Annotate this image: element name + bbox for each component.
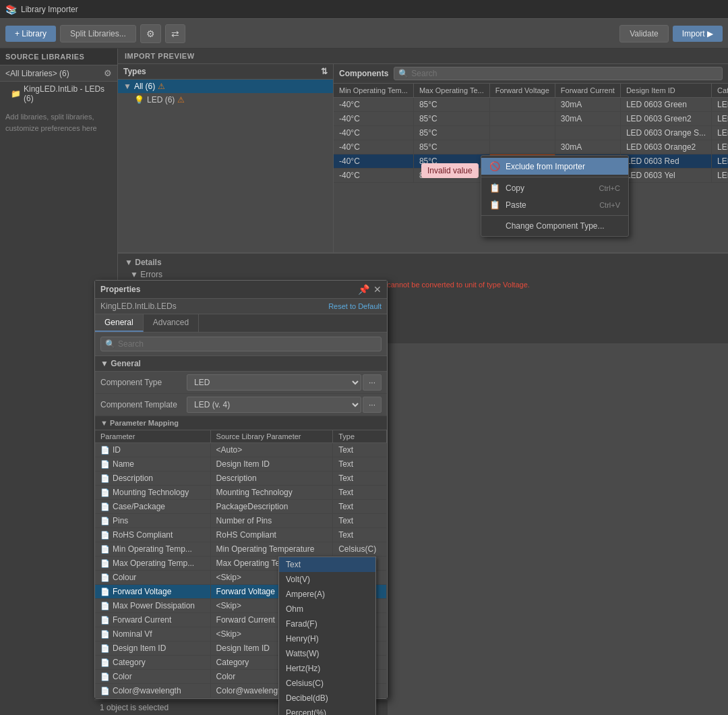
cell-fwd-voltage (489, 140, 555, 154)
param-source-case: PackageDescription (210, 500, 333, 514)
component-type-select[interactable]: LED (187, 374, 361, 391)
table-row[interactable]: -40°C 85°C LED 0603 Orange S... LEDs ℹ (334, 126, 728, 140)
param-col-type: Type (333, 430, 387, 443)
paste-icon: 📋 (489, 200, 500, 210)
param-cell-min-temp: 📄Min Operating Temp... (95, 542, 210, 556)
param-col-parameter: Parameter (95, 430, 210, 443)
col-max-temp: Max Operating Te... (413, 84, 489, 98)
dropdown-item-farad[interactable]: Farad(F) (279, 617, 375, 631)
dialog-subtitle-text: KingLED.IntLib.LEDs (100, 302, 177, 311)
search-icon: 🔍 (398, 69, 408, 78)
dropdown-item-volt[interactable]: Volt(V) (279, 572, 375, 587)
dialog-search-input[interactable] (118, 339, 377, 349)
param-source-id: <Auto> (210, 443, 333, 457)
param-cell-max-temp: 📄Max Operating Temp... (95, 556, 210, 571)
param-row-description[interactable]: 📄Description Description Text (95, 471, 387, 486)
split-libraries-button[interactable]: Split Libraries... (60, 25, 136, 42)
component-template-control: LED (v. 4) ··· (187, 397, 382, 413)
component-type-control: LED ··· (187, 374, 382, 391)
param-cell-category: 📄Category (95, 656, 210, 670)
context-menu-copy[interactable]: 📋 Copy Ctrl+C (481, 179, 628, 196)
dialog-close-button[interactable]: ✕ (373, 284, 382, 295)
components-header: Components 🔍 (334, 64, 728, 84)
dropdown-item-hertz[interactable]: Hertz(Hz) (279, 661, 375, 676)
param-row-pins[interactable]: 📄Pins Number of Pins Text (95, 514, 387, 528)
param-cell-description: 📄Description (95, 471, 210, 486)
param-cell-fwd-voltage: 📄Forward Voltage (95, 585, 210, 599)
component-template-more-btn[interactable]: ··· (363, 397, 382, 413)
table-row[interactable]: -40°C 85°C 30mA LED 0603 Green2 LEDs Gr (334, 112, 728, 126)
dropdown-item-henry[interactable]: Henry(H) (279, 631, 375, 646)
param-row-rohs[interactable]: 📄RoHS Compliant RoHS Compliant Text (95, 528, 387, 542)
param-type-case: Text (333, 500, 387, 514)
cell-design-id: LED 0603 Green (620, 98, 711, 112)
context-menu-change-type[interactable]: Change Component Type... (481, 218, 628, 234)
param-source-mounting: Mounting Technology (210, 486, 333, 500)
col-design-id: Design Item ID (620, 84, 711, 98)
table-row[interactable]: -40°C 85°C 30mA LED 0603 Green LEDs Gr (334, 98, 728, 112)
dropdown-item-percent[interactable]: Percent(%) (279, 706, 375, 715)
context-menu-exclude[interactable]: 🚫 Exclude from Importer (481, 158, 628, 175)
library-selector-label: <All Libraries> (6) (5, 69, 101, 78)
add-library-button[interactable]: + Library (5, 26, 56, 42)
library-settings-icon[interactable]: ⚙ (104, 68, 112, 78)
param-cell-nominal-vf: 📄Nominal Vf (95, 627, 210, 641)
dropdown-item-text[interactable]: Text (279, 557, 375, 572)
context-menu-divider-2 (481, 215, 628, 216)
paste-shortcut: Ctrl+V (599, 201, 620, 209)
dialog-title-bar: Properties 📌 ✕ (95, 281, 387, 299)
param-row-case[interactable]: 📄Case/Package PackageDescription Text (95, 500, 387, 514)
dropdown-item-ampere[interactable]: Ampere(A) (279, 587, 375, 602)
details-section-title[interactable]: ▼ Details (125, 258, 721, 267)
dropdown-item-ohm[interactable]: Ohm (279, 602, 375, 617)
param-source-name: Design Item ID (210, 457, 333, 471)
copy-icon: 📋 (489, 183, 500, 193)
param-col-source: Source Library Parameter (210, 430, 333, 443)
types-title: Types (123, 67, 146, 76)
table-row[interactable]: -40°C 85°C 30mA LED 0603 Orange2 LEDs Or (334, 140, 728, 154)
cell-max-temp: 85°C (413, 112, 489, 126)
type-row-all[interactable]: ▼ All (6) ⚠ (118, 80, 333, 93)
reset-to-default-link[interactable]: Reset to Default (328, 302, 382, 310)
param-source-rohs: RoHS Compliant (210, 528, 333, 542)
collapse-icon: ▼ (123, 82, 131, 91)
param-row-id[interactable]: 📄ID <Auto> Text (95, 443, 387, 457)
param-type-pins: Text (333, 514, 387, 528)
cell-design-id: LED 0603 Yel (620, 169, 711, 183)
dropdown-item-celsius[interactable]: Celsius(C) (279, 676, 375, 691)
settings-button[interactable]: ⚙ (140, 24, 161, 43)
component-type-more-btn[interactable]: ··· (363, 374, 382, 391)
param-row-mounting[interactable]: 📄Mounting Technology Mounting Technology… (95, 486, 387, 500)
validate-button[interactable]: Validate (619, 25, 668, 42)
dialog-pin-button[interactable]: 📌 (358, 284, 369, 295)
cell-max-temp: 85°C (413, 140, 489, 154)
types-sort-icon[interactable]: ⇅ (321, 67, 328, 76)
general-section-title[interactable]: ▼ General (95, 356, 387, 372)
param-cell-name: 📄Name (95, 457, 210, 471)
component-template-select[interactable]: LED (v. 4) (187, 397, 361, 413)
import-button[interactable]: Import ▶ (673, 26, 723, 42)
context-menu-paste[interactable]: 📋 Paste Ctrl+V (481, 196, 628, 213)
param-row-name[interactable]: 📄Name Design Item ID Text (95, 457, 387, 471)
cell-fwd-voltage (489, 126, 555, 140)
app-icon: 📚 (5, 4, 17, 15)
param-cell-colour: 📄Colour (95, 571, 210, 585)
types-panel-header: Types ⇅ (118, 64, 333, 80)
cell-design-id: LED 0603 Green2 (620, 112, 711, 126)
cell-fwd-current: 30mA (555, 98, 620, 112)
dropdown-item-decibel[interactable]: Decibel(dB) (279, 691, 375, 706)
dialog-tabs: General Advanced (95, 314, 387, 333)
sidebar-tree-item-kingled[interactable]: 📁 KingLED.IntLib - LEDs (6) (0, 82, 117, 106)
components-search-input[interactable] (411, 69, 718, 78)
type-row-led[interactable]: 💡 LED (6) ⚠ (118, 93, 333, 107)
col-fwd-current: Forward Current (555, 84, 620, 98)
tab-advanced[interactable]: Advanced (144, 314, 199, 332)
param-row-min-temp[interactable]: 📄Min Operating Temp... Min Operating Tem… (95, 542, 387, 556)
tab-general[interactable]: General (95, 314, 144, 332)
param-mapping-header[interactable]: ▼ Parameter Mapping (95, 416, 387, 430)
param-type-mounting: Text (333, 486, 387, 500)
dropdown-item-watts[interactable]: Watts(W) (279, 646, 375, 661)
preview-top: Types ⇅ ▼ All (6) ⚠ 💡 LED (6) ⚠ (118, 64, 728, 253)
errors-subsection-title[interactable]: ▼ Errors (130, 270, 721, 279)
refresh-button[interactable]: ⇄ (165, 24, 185, 43)
